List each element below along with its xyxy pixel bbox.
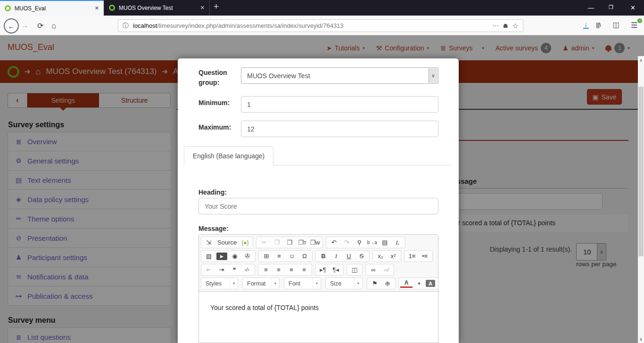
toolbar-group: ↶↷⚲b→a▤Iₓ <box>326 237 405 248</box>
toolbar-group: A▾A▾ <box>398 278 438 289</box>
chevron-down-icon[interactable]: ▾ <box>413 278 425 288</box>
combo-label: Styles <box>201 280 230 287</box>
maximum-field[interactable] <box>241 121 438 137</box>
new-tab-button[interactable]: + <box>214 1 219 12</box>
minimum-field[interactable] <box>241 96 438 113</box>
font-combo[interactable]: Font▾ <box>284 278 321 289</box>
question-group-label: Question group: <box>198 68 236 88</box>
blockquote-icon[interactable]: ❝ <box>228 265 240 275</box>
underline-icon[interactable]: U <box>343 251 355 261</box>
tracking-shield-icon[interactable]: ☗ <box>503 23 508 29</box>
toolbar-group: ◫ <box>347 264 363 276</box>
scroll-down-arrow-icon[interactable]: ∨ <box>638 337 644 342</box>
styles-combo[interactable]: Styles▾ <box>201 278 238 289</box>
chevron-down-icon[interactable]: ▾ <box>436 278 438 288</box>
align-center-icon[interactable]: ≡ <box>272 265 285 275</box>
combo-label: Format <box>243 280 271 287</box>
bold-icon[interactable]: B <box>317 251 330 261</box>
find-icon[interactable]: ⚲ <box>353 237 365 247</box>
redo-icon: ↷ <box>340 237 353 247</box>
scrollbar-thumb[interactable] <box>638 87 644 256</box>
forward-button[interactable]: → <box>21 21 29 30</box>
editor-content[interactable]: Your scored a total of {TOTAL} points <box>199 292 438 324</box>
page-scrollbar[interactable]: ∧ ∨ <box>638 56 644 343</box>
paste-text-icon[interactable]: ❒ᴛ <box>296 237 308 247</box>
combo-label: Size <box>326 280 354 287</box>
media-icon[interactable]: ◉ <box>229 251 241 261</box>
unlink-icon: ∞̸ <box>380 265 392 275</box>
undo-icon[interactable]: ↶ <box>328 237 340 247</box>
browser-tab-active[interactable]: MUOS_Eval ✕ <box>0 0 104 16</box>
rtl-icon[interactable]: ¶◂ <box>330 265 342 275</box>
source-button[interactable]: Source <box>215 237 239 247</box>
browser-tab-bar: MUOS_Eval ✕ MUOS Overview Test ✕ <box>0 0 644 16</box>
paste-icon[interactable]: ❒ <box>283 237 296 247</box>
flag-icon[interactable]: ⚑ <box>369 278 381 288</box>
back-button[interactable]: ← <box>4 18 19 33</box>
image-icon[interactable]: ▧ <box>203 251 215 261</box>
placeholder-fields-icon[interactable]: {●} <box>239 237 251 247</box>
url-bar[interactable]: ⓘ localhost/limesurvey/index.php/admin/a… <box>118 19 523 32</box>
text-color-icon[interactable]: A <box>400 279 413 288</box>
editor-toolbar: ⇲Source{●}✂❐❒❒ᴛ❒ᴡ↶↷⚲b→a▤Iₓ▧▶◉✇⊞≡☺ΩBIUSx₂… <box>199 235 438 292</box>
toolbar-group: ⇲Source{●} <box>201 237 253 248</box>
format-combo[interactable]: Format▾ <box>242 278 280 289</box>
tab-title: MUOS_Eval <box>15 5 91 12</box>
page-break-icon[interactable]: ◫ <box>348 265 361 275</box>
smiley-icon[interactable]: ☺ <box>286 251 298 261</box>
strike-icon[interactable]: S <box>355 251 368 261</box>
size-combo[interactable]: Size▾ <box>325 278 363 289</box>
heading-field[interactable] <box>198 198 438 214</box>
tab-close-icon[interactable]: ✕ <box>200 5 205 11</box>
subscript-icon[interactable]: x₂ <box>374 251 387 261</box>
flash-icon[interactable]: ✇ <box>241 251 254 261</box>
maximum-label: Maximum: <box>198 122 231 132</box>
window-close-button[interactable]: ✕ <box>630 4 636 11</box>
bg-color-icon[interactable]: A <box>426 280 435 287</box>
align-left-icon[interactable]: ≡ <box>260 265 272 275</box>
toolbar-group: ⊞≡☺Ω <box>258 250 313 262</box>
select-all-icon[interactable]: ▤ <box>379 237 391 247</box>
remove-format-icon[interactable]: Iₓ <box>391 237 404 247</box>
message-rich-text-editor[interactable]: ⇲Source{●}✂❐❒❒ᴛ❒ᴡ↶↷⚲b→a▤Iₓ▧▶◉✇⊞≡☺ΩBIUSx₂… <box>198 234 438 343</box>
site-info-icon[interactable]: ⓘ <box>123 22 129 30</box>
div-container-icon[interactable]: ‹/› <box>241 265 253 275</box>
limesurvey-favicon <box>109 5 115 11</box>
globe-icon[interactable]: ⊕ <box>381 278 394 288</box>
sidebars-icon[interactable]: ◫ <box>613 21 619 29</box>
video-icon[interactable]: ▶ <box>216 253 227 260</box>
italic-icon[interactable]: I <box>330 251 342 261</box>
tab-english-base-language[interactable]: English (Base language) <box>184 146 273 165</box>
window-restore-button[interactable]: ❐ <box>609 4 613 10</box>
downloads-icon[interactable]: ↓ <box>583 20 589 29</box>
hamburger-menu-icon[interactable]: ☰ <box>631 21 637 30</box>
table-icon[interactable]: ⊞ <box>260 251 272 261</box>
bullet-list-icon[interactable]: •≡ <box>419 251 431 261</box>
window-minimize-button[interactable]: — <box>588 4 594 11</box>
page-actions-icon[interactable]: ⋯ <box>493 22 499 29</box>
toolbar-group: ✂❐❒❒ᴛ❒ᴡ <box>256 237 323 248</box>
minimum-label: Minimum: <box>198 98 230 108</box>
align-justify-icon[interactable]: ≡ <box>298 265 310 275</box>
tab-close-icon[interactable]: ✕ <box>95 5 99 11</box>
browser-tab-inactive[interactable]: MUOS Overview Test ✕ <box>104 0 210 16</box>
link-icon[interactable]: ∞ <box>367 265 380 275</box>
replace-icon[interactable]: b→a <box>366 237 378 247</box>
ordered-list-icon[interactable]: 1≡ <box>406 251 418 261</box>
superscript-icon[interactable]: x² <box>387 251 399 261</box>
library-icon[interactable]: |||\ <box>596 21 601 28</box>
paste-word-icon[interactable]: ❒ᴡ <box>309 237 321 247</box>
question-group-select[interactable]: MUOS Overview Test ∨ <box>241 67 438 84</box>
chevron-down-icon: ▾ <box>271 278 279 289</box>
align-right-icon[interactable]: ≡ <box>285 265 297 275</box>
bookmark-star-icon[interactable]: ☆ <box>512 22 519 30</box>
horizontal-rule-icon[interactable]: ≡ <box>273 251 285 261</box>
special-char-icon[interactable]: Ω <box>298 251 311 261</box>
reload-button[interactable]: ⟳ <box>37 21 43 30</box>
indent-icon[interactable]: ⇥ <box>215 265 228 275</box>
scroll-up-arrow-icon[interactable]: ∧ <box>638 58 644 63</box>
maximize-icon[interactable]: ⇲ <box>203 237 215 247</box>
toolbar-group: ∞∞̸ <box>365 264 394 276</box>
home-button[interactable]: ⌂ <box>51 21 56 31</box>
ltr-icon[interactable]: ▸¶ <box>317 265 329 275</box>
